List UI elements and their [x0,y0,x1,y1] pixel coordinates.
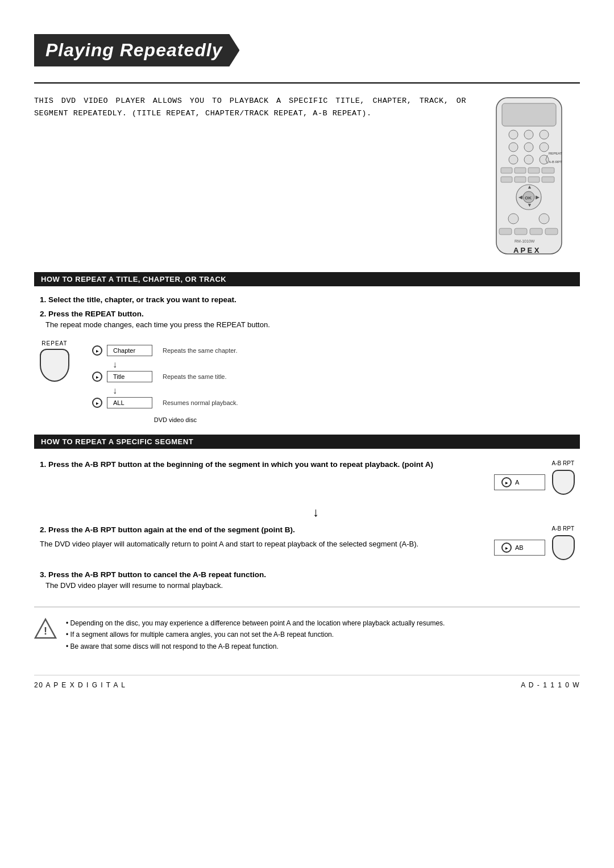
ab-disc-a [501,477,512,487]
ab-section: 1. Press the A-B RPT button at the begin… [34,460,580,590]
flow-disc-title [92,372,102,382]
page-title: Playing Repeatedly [45,40,222,61]
caution-item-3: Be aware that some discs will not respon… [66,641,445,652]
svg-text:▶: ▶ [536,194,540,200]
svg-point-7 [540,143,549,152]
svg-point-6 [524,143,533,152]
ab-step2-text: 2. Press the A-B RPT button again at the… [34,525,472,548]
svg-rect-22 [542,177,554,182]
intro-section: THIS DVD VIDEO PLAYER ALLOWS YOU TO PLAY… [34,95,580,260]
step2-desc: The repeat mode changes, each time you p… [45,320,580,329]
caution-icon: ! [34,617,57,640]
flow-row-all: ALL Resumes normal playback. [92,397,238,408]
ab-indicator-a: A [494,474,545,490]
repeat-button-box: REPEAT [40,340,69,382]
svg-text:▼: ▼ [527,202,532,208]
ab-diagram-step1: A-B RPT A [489,460,580,495]
repeat-label: REPEAT [42,340,67,347]
svg-rect-21 [528,177,540,182]
page-title-bar: Playing Repeatedly [34,34,239,66]
dvd-label: DVD video disc [113,416,238,423]
svg-rect-32 [499,228,512,235]
svg-text:A P E X: A P E X [513,246,540,254]
svg-text:OK: OK [525,195,532,201]
remote-image-box: REPEAT A-B RPT ▲ ▼ ◀ ▶ OK [478,95,580,260]
section2-header: HOW TO REPEAT A SPECIFIC SEGMENT [34,435,580,449]
flow-desc-chapter: Repeats the same chapter. [163,347,237,354]
svg-text:!: ! [44,625,47,637]
ab-button-shape1 [552,470,575,495]
ab-step2-desc: The DVD video player will automatically … [40,540,472,548]
flow-disc-chapter [92,345,102,356]
flow-disc-all [92,398,102,408]
ab-button-shape2 [552,535,575,560]
ab-step1-area: 1. Press the A-B RPT button at the begin… [34,460,580,495]
ab-point-ab-label: AB [515,544,524,551]
svg-rect-20 [515,177,526,182]
svg-text:◀: ◀ [518,194,522,200]
svg-text:A-B RPT: A-B RPT [549,160,562,164]
intro-text: THIS DVD VIDEO PLAYER ALLOWS YOU TO PLAY… [34,95,466,260]
ab-step1: 1. Press the A-B RPT button at the begin… [40,460,472,469]
svg-point-30 [508,214,518,224]
svg-point-2 [509,130,518,139]
svg-rect-35 [545,228,558,235]
footer-left: 20 A P E X D I G I T A L [34,681,126,689]
ab-step3-desc: The DVD video player will resume to norm… [45,581,580,590]
svg-point-31 [539,214,549,224]
ab-step2: 2. Press the A-B RPT button again at the… [40,525,472,534]
flow-arrow1: ↓ [113,360,238,370]
flow-row-chapter: Chapter Repeats the same chapter. [92,345,238,356]
svg-rect-1 [502,103,556,126]
svg-rect-34 [530,228,542,235]
flow-box-all: ALL [107,397,152,408]
svg-text:▲: ▲ [527,184,532,190]
ab-section-arrow: ↓ [313,505,580,520]
flow-arrow2: ↓ [113,386,238,396]
flow-diagram: Chapter Repeats the same chapter. ↓ Titl… [92,345,238,423]
caution-list: Depending on the disc, you may experienc… [66,617,445,652]
flow-box-chapter: Chapter [107,345,152,356]
svg-point-4 [540,130,549,139]
caution-item-2: If a segment allows for multiple camera … [66,629,445,640]
ab-right-label2: A-B RPT [489,525,580,532]
ab-indicator-ab: AB [494,540,545,556]
ab-step1-text: 1. Press the A-B RPT button at the begin… [34,460,472,474]
repeat-diagram: REPEAT Chapter Repeats the same chapter.… [40,340,580,423]
svg-rect-15 [501,168,512,173]
remote-control-svg: REPEAT A-B RPT ▲ ▼ ◀ ▶ OK [485,95,573,260]
flow-row-title: Title Repeats the same title. [92,371,238,382]
ab-diagram-step2: A-B RPT AB [489,525,580,560]
svg-point-9 [524,155,533,164]
section1-header: HOW TO REPEAT A TITLE, CHAPTER, OR TRACK [34,272,580,286]
svg-text:RM-1010W: RM-1010W [515,239,535,243]
footer: 20 A P E X D I G I T A L A D - 1 1 1 0 W [34,675,580,689]
ab-step2-area: 2. Press the A-B RPT button again at the… [34,525,580,560]
ab-point-a-label: A [515,479,519,486]
ab-right-label1: A-B RPT [489,460,580,466]
step1: 1. Select the title, chapter, or track y… [40,295,580,304]
ab-step3: 3. Press the A-B RPT button to cancel th… [40,570,580,590]
caution-item-1: Depending on the disc, you may experienc… [66,617,445,629]
svg-text:REPEAT: REPEAT [549,152,562,155]
step2: 2. Press the REPEAT button. The repeat m… [40,310,580,329]
ab-disc-ab [501,542,512,553]
svg-point-3 [524,130,533,139]
svg-rect-33 [515,228,527,235]
title-rule [34,82,580,84]
svg-rect-19 [501,177,512,182]
svg-point-5 [509,143,518,152]
footer-right: A D - 1 1 1 0 W [521,681,580,689]
svg-point-8 [509,155,518,164]
repeat-button-shape [40,349,69,382]
caution-section: ! Depending on the disc, you may experie… [34,607,580,652]
svg-rect-17 [528,168,540,173]
flow-box-title: Title [107,371,152,382]
flow-desc-title: Repeats the same title. [163,373,227,380]
svg-rect-18 [542,168,554,173]
svg-rect-16 [515,168,526,173]
flow-desc-all: Resumes normal playback. [163,399,238,406]
